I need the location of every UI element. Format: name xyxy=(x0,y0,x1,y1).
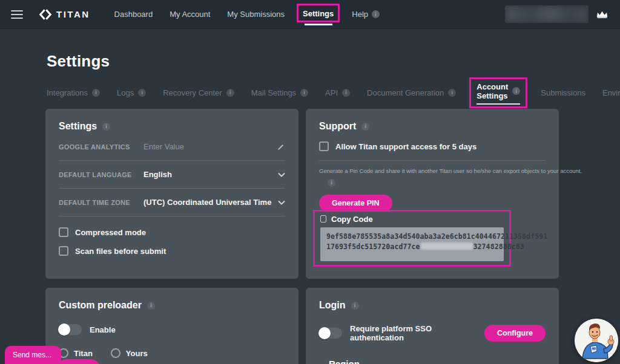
info-icon: i xyxy=(448,89,456,97)
tab-label: Mail Settings xyxy=(251,88,296,97)
hamburger-menu-icon[interactable] xyxy=(11,8,23,21)
preloader-action-button-cropped[interactable] xyxy=(58,359,100,364)
info-icon: i xyxy=(138,89,146,97)
redaction-blur xyxy=(507,7,587,21)
custom-preloader-title: Custom preloader xyxy=(59,300,142,311)
scan-files-row: Scan files before submit xyxy=(59,246,285,256)
login-card-title: Login xyxy=(319,300,346,311)
nav-item-help[interactable]: Help i xyxy=(343,10,388,19)
default-time-zone-label: DEFAULT TIME ZONE xyxy=(59,199,143,206)
tab-logs[interactable]: Logs i xyxy=(108,88,154,97)
enable-toggle-label: Enable xyxy=(90,325,116,334)
chat-send-message-button[interactable]: Send mes... xyxy=(5,346,61,364)
tab-environment-variables[interactable]: Environment Variables xyxy=(594,88,620,97)
copy-code-control[interactable]: Copy Code xyxy=(320,215,504,224)
sso-toggle-row: Require platform SSO authentication Conf… xyxy=(319,324,546,342)
nav-item-my-submissions[interactable]: My Submissions xyxy=(219,10,293,19)
tab-mail-settings[interactable]: Mail Settings i xyxy=(243,88,317,97)
default-time-zone-value: (UTC) Coordinated Universal Time xyxy=(143,198,278,207)
tab-label: Document Generation xyxy=(367,88,444,97)
yours-radio-label: Yours xyxy=(126,349,148,358)
field-row-google-analytics: GOOGLE ANALYTICS xyxy=(59,133,285,161)
configure-button[interactable]: Configure xyxy=(484,325,546,342)
settings-page: Settings Integrations i Logs i Recovery … xyxy=(0,29,620,364)
info-icon[interactable]: i xyxy=(351,302,359,310)
info-icon[interactable]: i xyxy=(361,123,369,131)
info-icon[interactable]: i xyxy=(147,302,155,310)
region-heading: Region xyxy=(329,359,546,364)
sso-toggle-label: Require platform SSO authentication xyxy=(350,324,477,342)
scan-files-checkbox[interactable] xyxy=(59,246,68,256)
tab-account-settings-active[interactable]: Account Settings i xyxy=(469,77,527,108)
copy-icon xyxy=(320,215,326,223)
field-row-default-language[interactable]: DEFAULT LANGUAGE English xyxy=(59,161,285,189)
scan-files-label: Scan files before submit xyxy=(75,247,166,256)
google-analytics-label: GOOGLE ANALYTICS xyxy=(59,143,143,151)
radio-option-yours[interactable]: Yours xyxy=(111,348,148,358)
active-nav-underline xyxy=(305,24,332,25)
top-navigation-bar: TITAN Dashboard My Account My Submission… xyxy=(0,0,620,29)
active-tab-underline xyxy=(477,103,520,105)
info-icon: i xyxy=(300,89,308,97)
crown-icon xyxy=(596,10,608,19)
info-icon: i xyxy=(226,89,234,97)
tab-api[interactable]: API i xyxy=(317,88,358,97)
support-access-checkbox[interactable] xyxy=(319,141,329,151)
annotation-box-copy-code: Copy Code 9ef588e785535a8a34d540aba3a2e6… xyxy=(313,210,511,267)
pencil-icon[interactable] xyxy=(277,143,285,151)
support-card-title: Support xyxy=(319,121,356,132)
tab-label: Submissions xyxy=(541,88,585,97)
tab-submissions[interactable]: Submissions xyxy=(532,88,594,97)
pin-code-line1: 9ef588e785535a8a34d540aba3a2e6cb81c40446… xyxy=(326,232,547,241)
tab-label: Environment Variables xyxy=(602,88,620,97)
info-icon: i xyxy=(372,10,380,18)
enable-toggle-row: Enable xyxy=(59,324,285,335)
login-card: Login i Require platform SSO authenticat… xyxy=(306,288,559,364)
tab-label: API xyxy=(325,88,338,97)
pin-code-description: Generate a Pin Code and share it with an… xyxy=(319,167,546,174)
nav-item-settings-label: Settings xyxy=(303,9,334,18)
compressed-mode-checkbox[interactable] xyxy=(59,227,68,237)
info-icon[interactable]: i xyxy=(102,123,110,131)
pin-code-value: 9ef588e785535a8a34d540aba3a2e6cb81c40446… xyxy=(320,227,504,261)
yours-radio[interactable] xyxy=(111,348,120,358)
titan-logo-icon xyxy=(39,8,52,21)
field-row-default-time-zone[interactable]: DEFAULT TIME ZONE (UTC) Coordinated Univ… xyxy=(59,189,285,216)
custom-preloader-card: Custom preloader i Enable Titan Yours xyxy=(45,288,298,364)
titan-radio-label: Titan xyxy=(74,349,93,358)
settings-card-title: Settings xyxy=(59,121,97,132)
support-card: Support i Allow Titan support access for… xyxy=(306,109,559,279)
radio-option-titan[interactable]: Titan xyxy=(59,348,93,358)
settings-tab-strip: Integrations i Logs i Recovery Center i … xyxy=(47,83,620,102)
tab-label: Integrations xyxy=(47,88,88,97)
tab-integrations[interactable]: Integrations i xyxy=(47,88,108,97)
account-user-chip-redacted[interactable] xyxy=(505,5,589,23)
nav-item-help-label: Help xyxy=(352,10,368,19)
chevron-down-icon[interactable] xyxy=(278,172,285,177)
nav-item-my-account[interactable]: My Account xyxy=(161,10,219,19)
tab-recovery-center[interactable]: Recovery Center i xyxy=(154,88,243,97)
settings-card: Settings i GOOGLE ANALYTICS DEFAULT LANG… xyxy=(45,109,298,279)
tab-label: Logs xyxy=(117,88,134,97)
pin-code-line2-prefix: 17693f5dc515720acd77ce xyxy=(326,242,420,251)
enable-toggle[interactable] xyxy=(59,324,82,335)
titan-mascot-avatar[interactable] xyxy=(575,319,618,362)
divider xyxy=(319,160,546,161)
titan-mascot-illustration xyxy=(575,319,618,362)
redaction-blur xyxy=(421,242,473,250)
copy-code-label: Copy Code xyxy=(331,215,373,224)
tab-document-generation[interactable]: Document Generation i xyxy=(358,88,464,97)
tab-label: Recovery Center xyxy=(163,88,222,97)
google-analytics-input[interactable] xyxy=(143,142,277,151)
tab-label: Account Settings xyxy=(477,82,508,100)
chevron-down-icon[interactable] xyxy=(278,200,285,205)
page-title: Settings xyxy=(0,29,620,71)
generate-pin-button[interactable]: Generate PIN xyxy=(319,195,392,212)
titan-logo[interactable]: TITAN xyxy=(39,8,90,21)
sso-toggle[interactable] xyxy=(319,328,342,339)
nav-item-dashboard[interactable]: Dashboard xyxy=(106,10,162,19)
nav-item-settings-active[interactable]: Settings xyxy=(297,4,340,25)
info-icon: i xyxy=(92,89,100,97)
info-icon[interactable]: i xyxy=(328,179,335,187)
annotation-box-settings-nav: Settings xyxy=(297,4,340,22)
